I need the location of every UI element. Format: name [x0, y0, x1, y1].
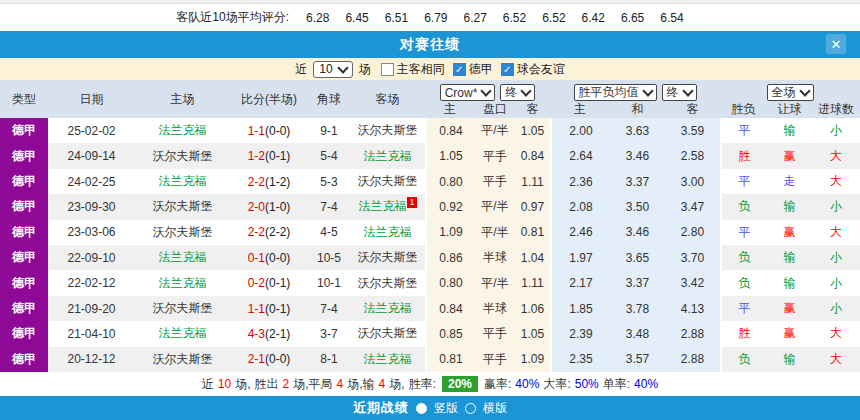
- home-team[interactable]: 法兰克福: [159, 173, 207, 190]
- close-icon[interactable]: ✕: [826, 34, 846, 54]
- layout-radio-selected[interactable]: [416, 403, 427, 414]
- ah-line: 平/半: [475, 118, 515, 143]
- checkbox-icon[interactable]: [381, 63, 394, 76]
- away-team[interactable]: 法兰克福: [364, 224, 412, 241]
- away-team[interactable]: 沃尔夫斯堡: [358, 325, 418, 342]
- match-count-select[interactable]: 10: [313, 61, 352, 78]
- away-team-cell: 法兰克福1: [350, 194, 425, 219]
- league-badge: 德甲: [0, 347, 48, 372]
- ah-away-odds: 1.11: [515, 169, 550, 194]
- home-team[interactable]: 沃尔夫斯堡: [153, 224, 213, 241]
- odds-average-value: 胜平负均值: [579, 84, 639, 101]
- result-goals: 小: [812, 118, 860, 143]
- eu-home-odds: 2.17: [550, 270, 610, 295]
- home-team[interactable]: 沃尔夫斯堡: [153, 351, 213, 368]
- loss-count: 4: [379, 377, 386, 391]
- ah-line: 半球: [475, 296, 515, 321]
- ah-line: 平手: [475, 169, 515, 194]
- score-cell: 2-0(1-0): [230, 194, 308, 219]
- checkbox-group-0: 主客相同: [381, 61, 445, 78]
- home-team[interactable]: 沃尔夫斯堡: [153, 300, 213, 317]
- away-avg-rating-row: 客队近10场平均评分: 6.286.456.516.796.276.526.52…: [0, 4, 860, 31]
- eu-home-odds: 2.36: [550, 169, 610, 194]
- win-count: 2: [283, 377, 290, 391]
- filter-suffix-label: 场: [359, 61, 371, 78]
- col-header-ah-line: 盘口: [475, 101, 515, 118]
- table-body: 德甲25-02-02法兰克福1-1(0-0)9-1沃尔夫斯堡0.84平/半1.0…: [0, 118, 860, 372]
- layout-option-label[interactable]: 竖版: [434, 400, 458, 417]
- eu-away-odds: 3.70: [665, 245, 720, 270]
- home-team[interactable]: 法兰克福: [159, 325, 207, 342]
- ah-home-odds: 1.09: [425, 220, 475, 245]
- avg-score-value: 6.65: [621, 11, 644, 25]
- home-team[interactable]: 法兰克福: [159, 275, 207, 292]
- checkbox-label: 主客相同: [397, 61, 445, 78]
- table-row: 德甲22-02-12法兰克福0-2(0-1)10-1沃尔夫斯堡0.80平/半1.…: [0, 270, 860, 295]
- away-team[interactable]: 法兰克福: [364, 351, 412, 368]
- away-team[interactable]: 法兰克福: [364, 148, 412, 165]
- layout-option-label[interactable]: 横版: [483, 400, 507, 417]
- result-outcome: 负: [720, 194, 767, 219]
- big-rate-label: 大率:: [543, 376, 570, 393]
- league-badge: 德甲: [0, 245, 48, 270]
- eu-home-odds: 2.08: [550, 194, 610, 219]
- ah-away-odds: 1.11: [515, 270, 550, 295]
- away-team[interactable]: 法兰克福: [358, 198, 406, 215]
- layout-radio-unselected[interactable]: [465, 403, 476, 414]
- away-team[interactable]: 沃尔夫斯堡: [358, 173, 418, 190]
- result-outcome: 负: [720, 270, 767, 295]
- away-team[interactable]: 法兰克福: [364, 300, 412, 317]
- corner-score: 5-4: [308, 143, 350, 168]
- ah-home-odds: 0.80: [425, 169, 475, 194]
- col-header-result: 胜负: [720, 101, 767, 118]
- table-row: 德甲24-09-14沃尔夫斯堡1-2(0-1)5-4法兰克福1.05平手0.84…: [0, 143, 860, 168]
- odds-average-select[interactable]: 胜平负均值: [574, 84, 657, 101]
- match-date: 25-02-02: [48, 118, 135, 143]
- result-outcome: 负: [720, 347, 767, 372]
- home-team[interactable]: 法兰克福: [159, 122, 207, 139]
- result-outcome: 负: [720, 245, 767, 270]
- summary-text: 场,: [389, 376, 404, 393]
- away-team[interactable]: 沃尔夫斯堡: [358, 275, 418, 292]
- odds-time-select[interactable]: 终: [662, 84, 697, 101]
- away-team-cell: 法兰克福: [350, 220, 425, 245]
- big-rate-value: 50%: [575, 377, 599, 391]
- fulltime-select[interactable]: 全场: [767, 84, 814, 101]
- eu-home-odds: 2.46: [550, 220, 610, 245]
- header-result-section: 全场 胜负 让球 进球数: [720, 80, 860, 118]
- avg-scores: 6.286.456.516.796.276.526.526.426.656.54: [306, 11, 684, 25]
- profit-rate-value: 40%: [515, 377, 539, 391]
- checkbox-icon[interactable]: ✓: [453, 63, 466, 76]
- bookmaker-select[interactable]: Crow*: [440, 84, 496, 101]
- fulltime-score: 2-0: [248, 200, 265, 214]
- away-team[interactable]: 沃尔夫斯堡: [358, 249, 418, 266]
- eu-away-odds: 2.88: [665, 321, 720, 346]
- ah-away-odds: 1.06: [515, 296, 550, 321]
- league-badge: 德甲: [0, 194, 48, 219]
- eu-home-odds: 2.39: [550, 321, 610, 346]
- match-count-value: 10: [319, 62, 332, 76]
- away-team[interactable]: 沃尔夫斯堡: [358, 122, 418, 139]
- checkbox-icon[interactable]: ✓: [501, 63, 514, 76]
- home-team[interactable]: 法兰克福: [159, 249, 207, 266]
- home-team[interactable]: 沃尔夫斯堡: [153, 198, 213, 215]
- filter-checkboxes: 主客相同✓德甲✓球会友谊: [381, 61, 565, 78]
- handicap-time-select[interactable]: 终: [500, 84, 535, 101]
- eu-draw-odds: 3.57: [610, 347, 665, 372]
- home-team-cell: 沃尔夫斯堡: [135, 143, 230, 168]
- score-cell: 1-1(0-1): [230, 296, 308, 321]
- layout-radio-group: 竖版横版: [416, 400, 507, 417]
- league-badge: 德甲: [0, 321, 48, 346]
- win-rate-badge: 20%: [442, 376, 478, 392]
- table-row: 德甲24-02-25法兰克福2-2(1-2)5-3沃尔夫斯堡0.80平手1.11…: [0, 169, 860, 194]
- away-team-cell: 法兰克福: [350, 347, 425, 372]
- red-card-badge: 1: [407, 197, 416, 208]
- result-outcome: 胜: [720, 321, 767, 346]
- ah-line: 平手: [475, 321, 515, 346]
- fulltime-score: 1-1: [248, 124, 265, 138]
- away-team-cell: 沃尔夫斯堡: [350, 118, 425, 143]
- col-header-handicap-result: 让球: [767, 101, 812, 118]
- result-goals: 大: [812, 169, 860, 194]
- filter-bar: 近 10 场 主客相同✓德甲✓球会友谊: [0, 58, 860, 80]
- home-team[interactable]: 沃尔夫斯堡: [153, 148, 213, 165]
